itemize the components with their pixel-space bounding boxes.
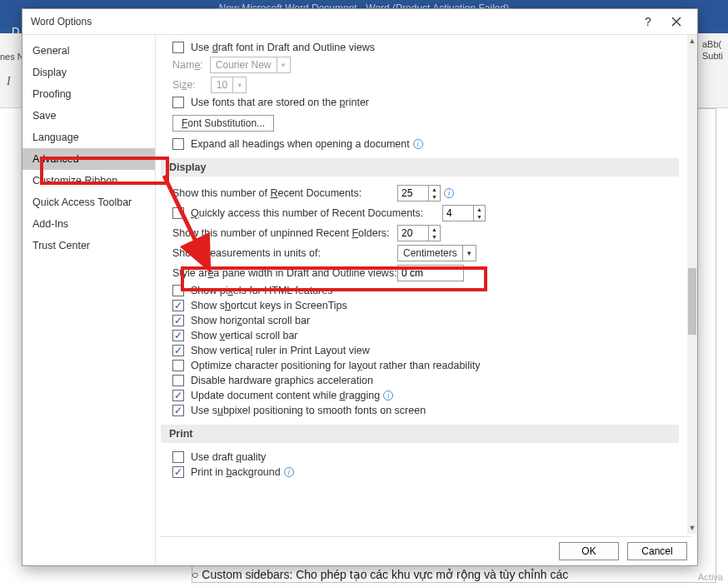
label-update-drag: Update document content while dragging — [191, 390, 380, 401]
spinner-down-icon[interactable]: ▼ — [429, 233, 440, 241]
checkbox-shortcut-keys[interactable] — [172, 300, 184, 311]
label-disable-hw: Disable hardware graphics acceleration — [191, 375, 373, 386]
label-draft-font: Use draft font in Draft and Outline view… — [191, 42, 375, 53]
select-font-name: Courier New▼ — [210, 57, 291, 73]
sidebar-item-language[interactable]: Language — [22, 127, 155, 148]
dialog-title: Word Options — [31, 16, 92, 27]
sidebar-item-trust-center[interactable]: Trust Center — [22, 235, 155, 256]
checkbox-disable-hw[interactable] — [172, 375, 184, 386]
checkbox-draft-quality[interactable] — [172, 451, 184, 463]
spinner-up-icon[interactable]: ▲ — [429, 186, 440, 193]
checkbox-draft-font[interactable] — [172, 42, 184, 53]
input-style-area[interactable] — [397, 265, 464, 281]
scroll-down-icon[interactable]: ▼ — [687, 522, 697, 534]
dialog-separator — [161, 536, 692, 537]
input-unpinned-folders[interactable] — [398, 226, 428, 241]
label-expand-headings: Expand all headings when opening a docum… — [191, 138, 410, 150]
spinner-up-icon[interactable]: ▲ — [474, 206, 485, 213]
input-recent-docs[interactable] — [398, 186, 428, 201]
spinner-quick-access[interactable]: ▲▼ — [442, 205, 486, 221]
info-icon[interactable]: i — [444, 188, 454, 198]
sidebar-item-customize-ribbon[interactable]: Customize Ribbon — [22, 170, 155, 192]
info-icon[interactable]: i — [383, 391, 393, 400]
bg-fragment-nes: nes N — [0, 52, 24, 62]
checkbox-vscroll[interactable] — [172, 330, 184, 341]
label-quick-access: Quickly access this number of Recent Doc… — [191, 207, 436, 219]
input-quick-access[interactable] — [443, 206, 473, 221]
label-unpinned-folders: Show this number of unpinned Recent Fold… — [172, 227, 391, 239]
label-shortcut-keys: Show shortcut keys in ScreenTips — [191, 300, 347, 311]
ok-button[interactable]: OK — [559, 542, 619, 560]
spinner-unpinned-folders[interactable]: ▲▼ — [397, 225, 441, 241]
label-measurements: Show measurements in units of: — [172, 247, 391, 259]
label-optimize-char: Optimize character positioning for layou… — [191, 360, 480, 371]
label-vruler: Show vertical ruler in Print Layout view — [191, 345, 370, 356]
section-print-header: Print — [161, 425, 679, 443]
checkbox-hscroll[interactable] — [172, 315, 184, 326]
checkbox-pixels-html[interactable] — [172, 285, 184, 296]
label-font-size: Size: — [172, 79, 196, 91]
word-options-dialog: Word Options ? General Display Proofing … — [22, 8, 698, 566]
label-pixels-html: Show pixels for HTML features — [191, 285, 332, 296]
scrollbar-thumb[interactable] — [688, 268, 696, 335]
font-substitution-button[interactable]: Font Substitution... — [172, 115, 274, 132]
spinner-down-icon[interactable]: ▼ — [429, 193, 440, 201]
section-display-header: Display — [161, 158, 679, 177]
document-text-line: ○ Custom sidebars: Cho phép tạo các khu … — [192, 568, 568, 581]
dialog-button-bar: OK Cancel — [559, 542, 687, 560]
select-font-size: 10▼ — [211, 77, 247, 93]
spinner-recent-docs[interactable]: ▲▼ — [397, 185, 441, 201]
close-button[interactable] — [662, 12, 691, 32]
spinner-down-icon[interactable]: ▼ — [474, 213, 485, 221]
sidebar-item-quick-access[interactable]: Quick Access Toolbar — [22, 192, 155, 213]
label-vscroll: Show vertical scroll bar — [191, 330, 298, 341]
spinner-up-icon[interactable]: ▲ — [429, 226, 440, 233]
label-hscroll: Show horizontal scroll bar — [191, 315, 310, 326]
checkbox-vruler[interactable] — [172, 345, 184, 356]
vertical-scrollbar[interactable]: ▲ ▼ — [687, 35, 697, 534]
help-button[interactable]: ? — [634, 12, 662, 32]
label-style-area: Style area pane width in Draft and Outli… — [172, 267, 391, 279]
select-measurements[interactable]: Centimeters▼ — [397, 245, 476, 261]
chevron-down-icon: ▼ — [232, 77, 246, 92]
close-icon — [671, 17, 681, 27]
label-font-name: Name: — [172, 59, 203, 71]
label-printer-fonts: Use fonts that are stored on the printer — [191, 97, 369, 108]
sidebar-item-advanced[interactable]: Advanced — [22, 148, 155, 170]
checkbox-subpixel[interactable] — [172, 405, 184, 416]
scroll-up-icon[interactable]: ▲ — [687, 35, 697, 47]
sidebar-item-display[interactable]: Display — [22, 62, 155, 83]
chevron-down-icon[interactable]: ▼ — [462, 246, 476, 261]
info-icon[interactable]: i — [413, 139, 423, 149]
italic-icon: I — [7, 75, 11, 88]
options-sidebar: General Display Proofing Save Language A… — [22, 35, 156, 565]
checkbox-optimize-char[interactable] — [172, 360, 184, 371]
info-icon[interactable]: i — [284, 467, 294, 477]
sidebar-item-general[interactable]: General — [22, 40, 155, 62]
sidebar-item-save[interactable]: Save — [22, 105, 155, 127]
label-draft-quality: Use draft quality — [191, 451, 266, 463]
label-recent-docs: Show this number of Recent Documents: — [172, 187, 391, 199]
checkbox-expand-headings[interactable] — [172, 138, 184, 150]
dialog-titlebar: Word Options ? — [22, 9, 697, 34]
sidebar-item-addins[interactable]: Add-Ins — [22, 213, 155, 235]
checkbox-quick-access[interactable] — [172, 207, 184, 219]
select-measurements-value: Centimeters — [398, 247, 462, 259]
cancel-button[interactable]: Cancel — [627, 542, 687, 560]
checkbox-update-drag[interactable] — [172, 390, 184, 401]
styles-gallery-fragment: aBb( Subti — [702, 38, 723, 62]
checkbox-printer-fonts[interactable] — [172, 97, 184, 108]
sidebar-item-proofing[interactable]: Proofing — [22, 83, 155, 105]
activate-watermark: Activa — [698, 572, 723, 582]
checkbox-print-bg[interactable] — [172, 466, 184, 478]
label-subpixel: Use subpixel positioning to smooth fonts… — [191, 405, 426, 416]
options-main-panel: Use draft font in Draft and Outline view… — [156, 35, 697, 565]
chevron-down-icon: ▼ — [277, 57, 290, 72]
label-print-bg: Print in background — [191, 466, 281, 478]
